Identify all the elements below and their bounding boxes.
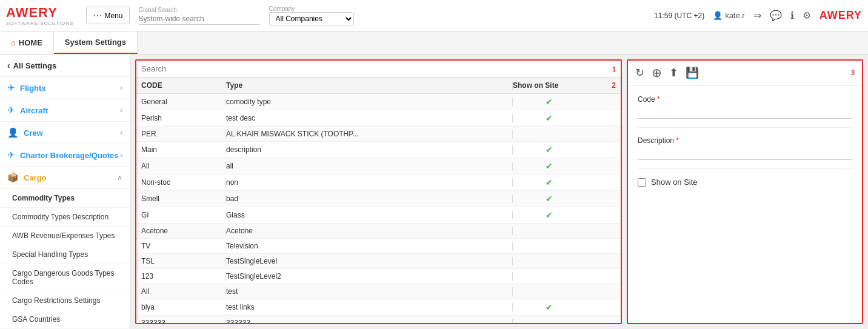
table-body: General comodity type ✔ Perish test desc… <box>136 94 621 323</box>
table-row[interactable]: blya test links ✔ <box>136 299 621 316</box>
menu-button[interactable]: ⋯ Menu <box>86 7 130 24</box>
code-required: * <box>655 95 660 104</box>
col-header-show-on-site: Show on Site <box>513 81 586 90</box>
toolbar-icons: ↻ ⊕ ⬆ 💾 <box>635 65 699 80</box>
table-row[interactable]: TSL TestSingleLevel <box>136 254 621 269</box>
tab-system-settings[interactable]: System Settings <box>54 32 138 54</box>
row-code: Perish <box>141 114 226 122</box>
sidebar-aircraft-section: ✈ Aircraft › <box>0 99 130 122</box>
back-arrow-icon: ‹ <box>7 61 10 70</box>
sidebar-item-aircraft[interactable]: ✈ Aircraft › <box>0 99 130 122</box>
col-header-type: Type <box>226 81 513 90</box>
sidebar-item-cargo[interactable]: 📦 Cargo ∧ <box>0 167 130 189</box>
chat-icon[interactable]: 💬 <box>770 10 782 21</box>
sidebar-flights-section: ✈ Flights › <box>0 77 130 99</box>
table-row[interactable]: Perish test desc ✔ <box>136 110 621 127</box>
table-row[interactable]: PER AL KHAIR MISWACK STICK (TOOTHP... <box>136 127 621 142</box>
form-divider-2 <box>638 168 852 169</box>
row-code: blya <box>141 303 226 311</box>
tab-system-label: System Settings <box>65 38 126 47</box>
add-icon[interactable]: ⊕ <box>652 65 662 80</box>
table-row[interactable]: General comodity type ✔ <box>136 94 621 110</box>
row-code: Smell <box>141 194 226 203</box>
user-area: 👤 kate.r <box>713 11 745 20</box>
detail-form: Code * Description * Show on Site <box>628 85 862 196</box>
refresh-icon[interactable]: ↻ <box>635 65 644 80</box>
sidebar-sub-commodity-desc[interactable]: Commodity Types Description <box>0 208 130 227</box>
row-code: Non-stoc <box>141 178 226 187</box>
cargo-chevron-icon: ∧ <box>117 173 122 182</box>
content-area: 1 CODE Type Show on Site 2 General comod… <box>130 55 868 329</box>
sidebar-sub-special-handling[interactable]: Special Handling Types <box>0 245 130 264</box>
logo-sub: SOFTWARE SOLUTIONS <box>6 21 74 26</box>
row-type: 333333 <box>226 319 513 323</box>
row-type: TestSingleLevel <box>226 257 513 265</box>
show-on-site-label: Show on Site <box>651 178 698 187</box>
row-type: test <box>226 287 513 296</box>
logo-awery: AWERY <box>6 5 74 21</box>
row-type: TestSingleLevel2 <box>226 272 513 281</box>
row-show-on-site: ✔ <box>513 145 586 155</box>
row-code: General <box>141 98 226 106</box>
company-dropdown[interactable]: All Companies <box>269 12 354 25</box>
description-field: Description * <box>638 136 852 160</box>
info-icon[interactable]: ℹ <box>790 10 794 21</box>
table-row[interactable]: 123 TestSingleLevel2 <box>136 269 621 284</box>
sidebar-sub-cargo-restrictions[interactable]: Cargo Restrictions Settings <box>0 291 130 310</box>
sidebar-item-charter[interactable]: ✈ Charter Brokerage/Quotes › <box>0 144 130 167</box>
settings-icon[interactable]: ⚙ <box>803 10 811 21</box>
row-show-on-site: ✔ <box>513 194 586 204</box>
row-type: Acetone <box>226 227 513 235</box>
sidebar-crew-label: Crew <box>24 128 43 138</box>
sidebar-item-flights[interactable]: ✈ Flights › <box>0 77 130 99</box>
menu-label: Menu <box>105 12 123 20</box>
sidebar-charter-section: ✈ Charter Brokerage/Quotes › <box>0 144 130 167</box>
sidebar-aircraft-label: Aircraft <box>20 106 48 115</box>
table-row[interactable]: GI Glass ✔ <box>136 207 621 224</box>
search-input[interactable] <box>141 64 569 73</box>
table-row[interactable]: Acetone Acetone <box>136 224 621 239</box>
sidebar-flights-label: Flights <box>20 84 46 93</box>
logout-icon[interactable]: ⇒ <box>753 10 761 21</box>
row-type: description <box>226 145 513 154</box>
table-row[interactable]: Non-stoc non ✔ <box>136 174 621 191</box>
sidebar-crew-section: 👤 Crew › <box>0 122 130 144</box>
table-row[interactable]: 333333 333333 <box>136 316 621 323</box>
table-row[interactable]: TV Television <box>136 239 621 254</box>
row-type: test links <box>226 303 513 311</box>
back-all-settings[interactable]: ‹ All Settings <box>0 55 130 77</box>
tab-home[interactable]: ⌂ HOME <box>0 32 54 54</box>
sidebar-sub-dangerous-goods[interactable]: Cargo Dangerous Goods Types Codes <box>0 264 130 291</box>
row-show-on-site: ✔ <box>513 302 586 312</box>
col-header-code: CODE <box>141 81 226 90</box>
upload-icon[interactable]: ⬆ <box>669 65 678 80</box>
row-type: Television <box>226 242 513 250</box>
code-input[interactable] <box>638 105 852 119</box>
global-search-container: Global Search <box>139 7 260 25</box>
company-select-container: Company All Companies <box>269 5 354 25</box>
save-icon[interactable]: 💾 <box>686 65 699 80</box>
table-row[interactable]: All test <box>136 284 621 299</box>
cargo-icon: 📦 <box>7 172 19 183</box>
table-row[interactable]: Smell bad ✔ <box>136 191 621 207</box>
sidebar-sub-gsa-countries[interactable]: GSA Countries <box>0 310 130 329</box>
sidebar-sub-commodity-types[interactable]: Commodity Types <box>0 189 130 208</box>
table-row[interactable]: Main description ✔ <box>136 142 621 158</box>
description-input[interactable] <box>638 147 852 160</box>
row-code: All <box>141 287 226 296</box>
row-code: Main <box>141 145 226 154</box>
global-search-input[interactable] <box>139 13 260 25</box>
row-show-on-site: ✔ <box>513 210 586 220</box>
time-display: 11:59 (UTC +2) <box>654 12 704 20</box>
sidebar-charter-label: Charter Brokerage/Quotes <box>20 151 119 160</box>
table-row[interactable]: All all ✔ <box>136 158 621 174</box>
row-type: test desc <box>226 114 513 122</box>
username: kate.r <box>725 11 745 20</box>
crew-chevron-icon: › <box>120 128 122 137</box>
sidebar-sub-awb-revenue[interactable]: AWB Revenue/Expenses Types <box>0 227 130 245</box>
show-on-site-checkbox[interactable] <box>638 178 646 187</box>
sidebar: ‹ All Settings ✈ Flights › ✈ Aircraft › <box>0 55 130 329</box>
row-show-on-site: ✔ <box>513 97 586 107</box>
sidebar-item-crew[interactable]: 👤 Crew › <box>0 122 130 144</box>
code-label: Code * <box>638 95 852 104</box>
